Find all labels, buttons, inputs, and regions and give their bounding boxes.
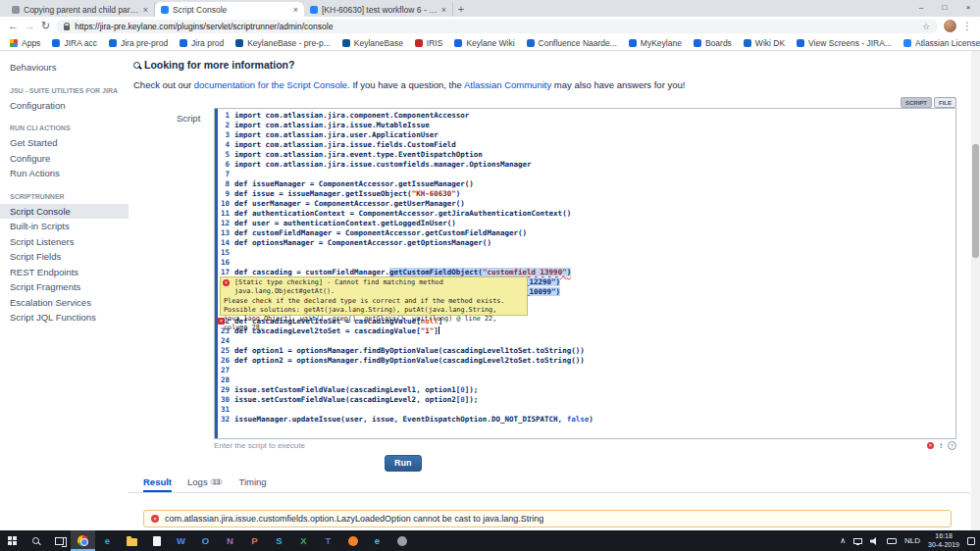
bookmark-item-apps[interactable]: Apps — [10, 38, 40, 48]
forward-icon[interactable]: → — [25, 21, 35, 31]
tab-close-icon[interactable]: × — [293, 5, 298, 15]
sidebar-item-script-jql-functions[interactable]: Script JQL Functions — [0, 310, 129, 326]
code-line[interactable]: 7 — [218, 170, 955, 179]
sidebar-item-get-started[interactable]: Get Started — [0, 135, 129, 151]
bookmark-item-wiki-dk[interactable]: Wiki DK — [744, 38, 785, 48]
taskbar-app-skype[interactable]: S — [267, 530, 291, 551]
taskbar-app-settings[interactable] — [389, 530, 414, 551]
taskbar-app-file-explorer[interactable] — [120, 530, 144, 551]
code-line[interactable]: 24 — [218, 336, 955, 346]
bookmark-item-jira-acc[interactable]: JIRA acc — [52, 38, 97, 48]
taskbar-app-chrome[interactable] — [71, 530, 95, 551]
profile-avatar[interactable] — [944, 20, 956, 32]
code-line[interactable]: 32issueManager.updateIssue(user, issue, … — [218, 415, 955, 425]
tab-script[interactable]: SCRIPT — [901, 97, 932, 108]
bookmark-item-view-screens-jira[interactable]: View Screens - JIRA... — [797, 38, 892, 48]
result-tab-logs[interactable]: Logs13 — [187, 476, 223, 490]
code-line[interactable]: 3import com.atlassian.jira.user.Applicat… — [218, 130, 955, 140]
address-bar[interactable]: https://jira-pre.keylane.com/plugins/ser… — [56, 20, 938, 33]
taskbar-app-notepad[interactable] — [144, 530, 169, 551]
code-line[interactable]: 30issue.setCustomFieldValue(cascadingLev… — [218, 395, 955, 405]
code-line[interactable]: 2import com.atlassian.jira.issue.Mutable… — [218, 121, 955, 130]
documentation-link[interactable]: documentation for the Script Console — [194, 79, 347, 90]
code-line[interactable]: 25def option1 = optionsManager.findByOpt… — [218, 346, 955, 356]
code-line[interactable]: 27 — [218, 366, 955, 376]
bookmark-item-keylane-wiki[interactable]: Keylane Wiki — [454, 38, 514, 48]
taskbar-app-word[interactable]: W — [169, 530, 193, 551]
taskbar-app-edge[interactable]: e — [95, 530, 120, 551]
resize-icon[interactable]: ↕ — [939, 442, 943, 450]
browser-tab[interactable]: Copying parent and child parts :...× — [6, 2, 155, 17]
sidebar-item-script-fragments[interactable]: Script Fragments — [0, 279, 129, 295]
bookmark-item-boards[interactable]: Boards — [694, 38, 732, 48]
taskbar-app-firefox[interactable] — [340, 530, 365, 551]
code-line[interactable]: 16 — [218, 258, 955, 268]
bookmark-item-keylanebase-pre-p[interactable]: KeylaneBase - pre-p... — [235, 38, 331, 48]
code-line[interactable]: 10def userManager = ComponentAccessor.ge… — [218, 199, 955, 209]
help-icon[interactable]: ? — [948, 441, 956, 450]
code-line[interactable]: 4import com.atlassian.jira.issue.fields.… — [218, 140, 955, 150]
bookmark-item-atlassian-licenses[interactable]: Atlassian Licenses — [903, 38, 980, 48]
refresh-icon[interactable]: ↻ — [41, 21, 50, 31]
taskbar-app-excel[interactable]: X — [291, 530, 316, 551]
taskbar-search-button[interactable] — [24, 530, 47, 551]
bookmark-item-keylanebase[interactable]: KeylaneBase — [342, 38, 403, 48]
code-line[interactable]: 31 — [218, 405, 955, 415]
code-line[interactable]: 14def optionsManager = ComponentAccessor… — [218, 238, 955, 248]
code-line[interactable]: 26def option2 = optionsManager.findByOpt… — [218, 356, 955, 366]
community-link[interactable]: Atlassian Community — [464, 79, 551, 90]
bookmark-item-jira-prod[interactable]: Jira prod — [180, 38, 224, 48]
window-maximize-button[interactable]: □ — [933, 0, 956, 17]
sidebar-item-built-in-scripts[interactable]: Built-in Scripts — [0, 219, 129, 234]
tab-file[interactable]: FILE — [934, 97, 956, 108]
action-center-icon[interactable] — [967, 537, 975, 545]
code-line[interactable]: 13def customFieldManager = ComponentAcce… — [218, 228, 955, 238]
result-tab-timing[interactable]: Timing — [238, 476, 266, 490]
sidebar-item-script-fields[interactable]: Script Fields — [0, 249, 129, 265]
sidebar-item-script-listeners[interactable]: Script Listeners — [0, 234, 129, 250]
sidebar-item-behaviours[interactable]: Behaviours — [0, 60, 129, 75]
error-count-icon[interactable]: × — [927, 442, 934, 449]
code-line[interactable]: 8def issueManager = ComponentAccessor.ge… — [218, 179, 955, 189]
tab-close-icon[interactable]: × — [143, 5, 148, 15]
taskbar-app-outlook[interactable]: O — [193, 530, 218, 551]
scrollbar-thumb[interactable] — [972, 144, 979, 258]
sidebar-item-configure[interactable]: Configure — [0, 151, 129, 167]
run-button[interactable]: Run — [385, 455, 422, 472]
bookmark-item-mykeylane[interactable]: MyKeylane — [629, 38, 682, 48]
window-close-button[interactable]: × — [956, 0, 980, 17]
keyboard-icon[interactable] — [887, 538, 897, 544]
taskbar-clock[interactable]: 16:18 30-4-2019 — [928, 532, 959, 549]
code-line[interactable]: 29issue.setCustomFieldValue(cascadingLev… — [218, 385, 955, 395]
code-line[interactable]: 1import com.atlassian.jira.component.Com… — [218, 111, 955, 121]
sidebar-item-run-actions[interactable]: Run Actions — [0, 166, 129, 181]
sidebar-item-rest-endpoints[interactable]: REST Endpoints — [0, 265, 129, 280]
browser-tab[interactable]: Script Console× — [155, 2, 304, 17]
code-line[interactable]: 9def issue = issueManager.getIssueObject… — [218, 189, 955, 199]
bookmark-item-confluence-naarde[interactable]: Confluence Naarde... — [527, 38, 617, 48]
sidebar-item-configuration[interactable]: Configuration — [0, 98, 129, 114]
new-tab-button[interactable]: + — [453, 2, 469, 17]
code-line[interactable]: 15 — [218, 248, 955, 258]
code-line[interactable]: 11def authenticationContext = ComponentA… — [218, 209, 955, 219]
window-minimize-button[interactable]: – — [909, 0, 933, 17]
taskbar-app-ie[interactable]: e — [365, 530, 389, 551]
volume-icon[interactable] — [870, 537, 879, 545]
bookmark-star-icon[interactable]: ☆ — [922, 22, 930, 31]
sidebar-item-escalation-services[interactable]: Escalation Services — [0, 295, 129, 311]
show-hidden-icons-button[interactable]: ∧ — [840, 536, 846, 545]
code-line[interactable]: 12def user = authenticationContext.getLo… — [218, 219, 955, 228]
task-view-button[interactable] — [47, 530, 71, 551]
network-icon[interactable] — [853, 538, 862, 544]
back-icon[interactable]: ← — [8, 21, 19, 31]
code-editor[interactable]: 1import com.atlassian.jira.component.Com… — [214, 108, 956, 439]
result-tab-result[interactable]: Result — [143, 476, 172, 492]
start-button[interactable] — [0, 530, 24, 551]
language-indicator[interactable]: NLD — [904, 536, 920, 545]
url-text[interactable]: https://jira-pre.keylane.com/plugins/ser… — [75, 22, 917, 31]
tab-close-icon[interactable]: × — [441, 5, 446, 15]
bookmark-item-iris[interactable]: IRIS — [415, 38, 443, 48]
taskbar-app-powerpoint[interactable]: P — [242, 530, 267, 551]
taskbar-app-teams[interactable]: T — [316, 530, 340, 551]
sidebar-item-script-console[interactable]: Script Console — [0, 204, 129, 220]
